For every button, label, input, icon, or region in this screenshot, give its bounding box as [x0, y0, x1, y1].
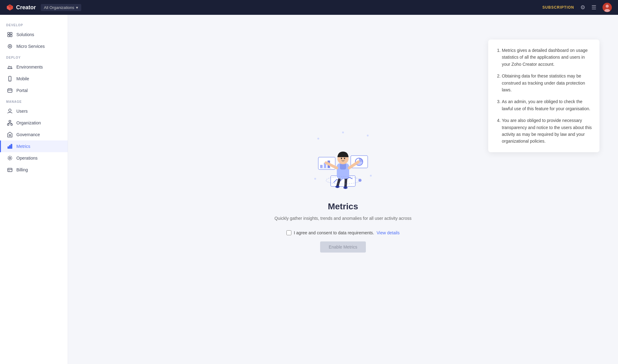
layout: DEVELOPSolutionsMicro ServicesDEPLOYEnvi… [0, 15, 618, 364]
settings-icon[interactable]: ⚙ [580, 4, 585, 11]
svg-rect-9 [8, 35, 10, 37]
sidebar-item-operations[interactable]: Operations [0, 152, 68, 164]
billing-icon [7, 167, 13, 173]
main-content: Metrics Quickly gather insights, trends … [68, 15, 618, 364]
info-item-2: Obtaining data for these statistics may … [502, 73, 592, 93]
users-label: Users [16, 109, 28, 114]
mobile-label: Mobile [16, 76, 29, 81]
svg-point-35 [367, 135, 369, 136]
sidebar-item-micro-services[interactable]: Micro Services [0, 40, 68, 52]
svg-rect-7 [8, 32, 10, 34]
svg-point-55 [344, 158, 345, 159]
solutions-icon [7, 32, 13, 37]
info-list: Metrics gives a detailed dashboard on us… [496, 47, 592, 145]
users-icon [7, 108, 13, 114]
svg-point-50 [343, 186, 348, 189]
info-item-3: As an admin, you are obliged to check th… [502, 98, 592, 112]
svg-rect-20 [7, 124, 9, 125]
svg-rect-16 [8, 89, 12, 92]
menu-icon[interactable]: ☰ [591, 4, 596, 11]
consent-checkbox[interactable] [286, 230, 291, 235]
sidebar-item-environments[interactable]: Environments [0, 61, 68, 73]
info-item-4: You are also obliged to provide necessar… [502, 117, 592, 145]
sidebar-section-deploy: DEPLOY [0, 52, 68, 61]
metrics-illustration [309, 126, 377, 194]
operations-label: Operations [16, 156, 37, 161]
info-item-1: Metrics gives a detailed dashboard on us… [502, 47, 592, 68]
micro-services-icon [7, 44, 13, 49]
svg-rect-27 [8, 147, 9, 149]
svg-point-18 [9, 109, 11, 111]
svg-point-5 [606, 5, 609, 8]
svg-rect-19 [9, 120, 11, 122]
svg-rect-21 [11, 124, 12, 125]
svg-point-38 [342, 132, 344, 133]
avatar[interactable] [603, 3, 612, 12]
consent-row: I agree and consent to data requirements… [286, 230, 400, 235]
environments-label: Environments [16, 65, 43, 69]
header-left: Creator All Organizations ▾ [6, 4, 81, 11]
svg-point-49 [335, 186, 340, 188]
sidebar-item-billing[interactable]: Billing [0, 164, 68, 176]
governance-icon [7, 132, 13, 137]
environments-icon [7, 64, 13, 70]
chevron-down-icon: ▾ [76, 5, 78, 10]
svg-rect-8 [10, 32, 12, 34]
sidebar: DEVELOPSolutionsMicro ServicesDEPLOYEnvi… [0, 15, 68, 364]
mobile-icon [7, 76, 13, 82]
svg-point-30 [9, 157, 11, 159]
svg-rect-29 [11, 144, 12, 149]
sidebar-item-mobile[interactable]: Mobile [0, 73, 68, 85]
svg-rect-40 [320, 165, 323, 168]
svg-point-37 [314, 178, 316, 180]
svg-rect-28 [9, 145, 11, 149]
info-panel: Metrics gives a detailed dashboard on us… [488, 40, 599, 152]
org-selector[interactable]: All Organizations ▾ [41, 4, 81, 11]
svg-point-54 [341, 158, 342, 159]
sidebar-item-portal[interactable]: Portal [0, 85, 68, 96]
logo[interactable]: Creator [6, 4, 36, 11]
sidebar-section-manage: MANAGE [0, 96, 68, 105]
consent-text: I agree and consent to data requirements… [294, 230, 374, 235]
sidebar-section-develop: DEVELOP [0, 20, 68, 29]
svg-point-59 [358, 179, 362, 182]
view-details-link[interactable]: View details [377, 230, 400, 235]
logo-text: Creator [16, 4, 36, 11]
svg-rect-31 [8, 168, 12, 172]
sidebar-item-organization[interactable]: Organization [0, 117, 68, 129]
svg-point-34 [317, 138, 319, 140]
metrics-icon [7, 144, 13, 149]
metrics-subtitle: Quickly gather insights, trends and anom… [274, 215, 412, 222]
solutions-label: Solutions [16, 32, 34, 37]
svg-point-26 [9, 135, 11, 136]
svg-point-12 [9, 46, 11, 47]
portal-icon [7, 88, 13, 93]
micro-services-label: Micro Services [16, 44, 45, 49]
org-label: All Organizations [44, 5, 74, 10]
sidebar-item-users[interactable]: Users [0, 105, 68, 117]
app-header: Creator All Organizations ▾ SUBSCRIPTION… [0, 0, 618, 15]
sidebar-item-solutions[interactable]: Solutions [0, 29, 68, 40]
governance-label: Governance [16, 132, 40, 137]
subscription-link[interactable]: SUBSCRIPTION [542, 5, 574, 10]
portal-label: Portal [16, 88, 28, 93]
enable-metrics-button[interactable]: Enable Metrics [320, 241, 366, 253]
organization-icon [7, 120, 13, 126]
header-right: SUBSCRIPTION ⚙ ☰ [542, 3, 612, 12]
svg-point-36 [370, 175, 372, 177]
metrics-title: Metrics [328, 202, 358, 211]
metrics-label: Metrics [16, 144, 30, 149]
sidebar-item-governance[interactable]: Governance [0, 129, 68, 140]
billing-label: Billing [16, 167, 28, 172]
svg-point-11 [8, 44, 12, 48]
sidebar-item-metrics[interactable]: Metrics [0, 140, 68, 152]
metrics-panel: Metrics Quickly gather insights, trends … [268, 114, 418, 265]
svg-rect-10 [10, 35, 12, 37]
organization-label: Organization [16, 120, 41, 125]
operations-icon [7, 155, 13, 161]
